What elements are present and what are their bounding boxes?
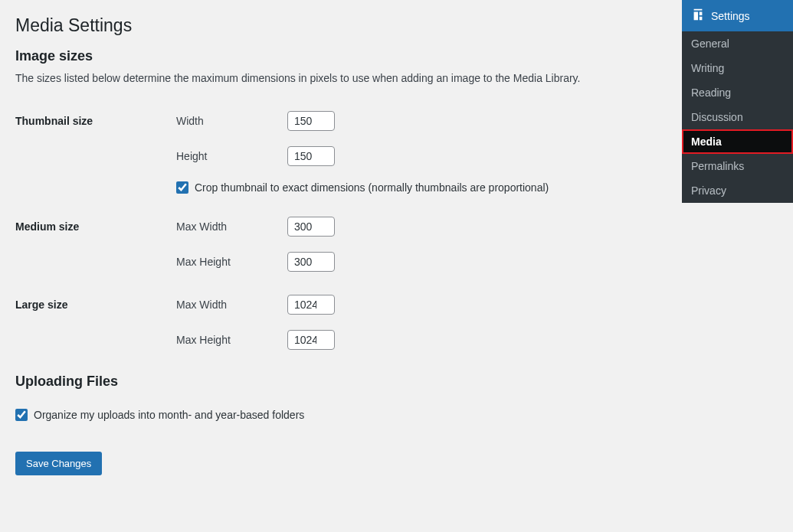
- save-button[interactable]: Save Changes: [15, 452, 102, 475]
- thumbnail-width-label: Width: [176, 115, 287, 127]
- thumbnail-label: Thumbnail size: [15, 100, 169, 205]
- section-heading-image-sizes: Image sizes: [15, 48, 667, 64]
- sidebar-item-privacy[interactable]: Privacy: [682, 178, 793, 203]
- sidebar-item-permalinks[interactable]: Permalinks: [682, 154, 793, 178]
- page-title: Media Settings: [15, 15, 667, 36]
- large-label: Large size: [15, 283, 169, 361]
- large-max-height-input[interactable]: [287, 330, 335, 350]
- thumbnail-crop-label: Crop thumbnail to exact dimensions (norm…: [195, 181, 549, 194]
- sidebar: Settings General Writing Reading Discuss…: [682, 0, 793, 203]
- sidebar-item-media[interactable]: Media: [682, 129, 793, 154]
- medium-label: Medium size: [15, 205, 169, 283]
- sidebar-item-writing[interactable]: Writing: [682, 56, 793, 80]
- sidebar-menu: General Writing Reading Discussion Media…: [682, 31, 793, 203]
- large-max-width-label: Max Width: [176, 299, 287, 311]
- thumbnail-height-input[interactable]: [287, 146, 335, 166]
- sidebar-item-reading[interactable]: Reading: [682, 80, 793, 105]
- thumbnail-height-label: Height: [176, 150, 287, 162]
- sidebar-item-general[interactable]: General: [682, 31, 793, 56]
- organize-uploads-checkbox[interactable]: [15, 409, 28, 421]
- settings-icon: [691, 8, 705, 24]
- thumbnail-crop-checkbox[interactable]: [176, 181, 188, 194]
- image-sizes-desc: The sizes listed below determine the max…: [15, 72, 667, 84]
- medium-max-height-label: Max Height: [176, 256, 287, 268]
- medium-max-width-label: Max Width: [176, 220, 287, 233]
- organize-uploads-label: Organize my uploads into month- and year…: [34, 409, 304, 421]
- section-heading-uploading: Uploading Files: [15, 374, 667, 390]
- sidebar-item-discussion[interactable]: Discussion: [682, 105, 793, 129]
- sidebar-header[interactable]: Settings: [682, 0, 793, 31]
- medium-max-height-input[interactable]: [287, 252, 335, 272]
- thumbnail-width-input[interactable]: [287, 111, 335, 131]
- sidebar-header-label: Settings: [711, 10, 750, 22]
- large-max-height-label: Max Height: [176, 334, 287, 346]
- medium-max-width-input[interactable]: [287, 217, 335, 237]
- large-max-width-input[interactable]: [287, 295, 335, 315]
